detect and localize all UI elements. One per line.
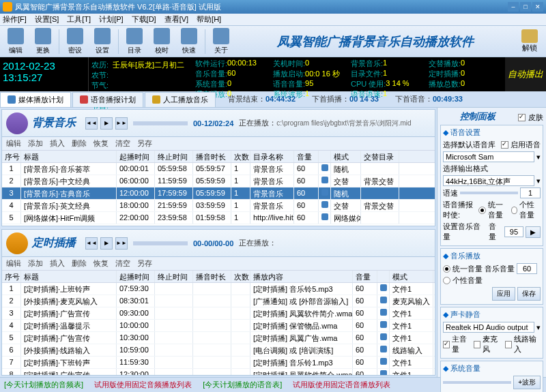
speaker-icon — [380, 321, 387, 328]
tool-quick[interactable]: 快速 — [177, 28, 201, 55]
music-apply-button[interactable]: 应用 — [492, 287, 515, 301]
bg-tb-item[interactable]: 插入 — [50, 138, 65, 149]
ins-row[interactable]: 5[定时插播]·广告宣传10:30:00[定时插播] 凤翼广告.wma60文件1 — [2, 332, 435, 344]
dash-datetime: 2012-02-23 13:15:27 — [0, 57, 89, 91]
ins-tb-item[interactable]: 另存 — [137, 258, 152, 269]
tool-change[interactable]: 更换 — [31, 28, 55, 55]
speaker-icon — [380, 309, 387, 316]
ins-prev-button[interactable]: ◄◄ — [85, 237, 98, 250]
menu-view[interactable]: 查看[V] — [164, 14, 188, 25]
tool-about[interactable]: 关于 — [210, 28, 233, 55]
voice-unified-radio[interactable] — [478, 207, 486, 214]
enable-voice-checkbox[interactable] — [501, 141, 508, 149]
title-bar: 凤翼智能广播背景音乐自动播放软件 V6.2[单路·语音版] 试用版 – □ ✕ — [0, 0, 546, 14]
voice-format-select[interactable]: 44kHz,16Bit,立体声 — [443, 175, 534, 186]
main-toolbar: 编辑 更换 密设 设置 目录 校时 快速 关于 凤翼智能广播背景音乐自动播放软件… — [0, 26, 546, 57]
skin-checkbox[interactable] — [518, 114, 526, 121]
ins-row[interactable]: 4[定时插播]·温馨提示10:00:00[定时插播] 保管物品.wma60文件1 — [2, 320, 435, 332]
voice-speed-value[interactable]: 1 — [520, 187, 541, 198]
ins-next-button[interactable]: ►► — [115, 237, 128, 250]
bg-progress[interactable] — [133, 121, 188, 125]
tab-voice-plan[interactable]: 语音播报计划 — [72, 92, 143, 107]
ins-tb-item[interactable]: 删除 — [72, 258, 87, 269]
minimize-button[interactable]: – — [508, 2, 519, 12]
ins-row[interactable]: 6[外接插播]·线路输入10:59:00[电台调频] 或 [培训演练]60线路输… — [2, 344, 435, 357]
ins-row[interactable]: 3[定时插播]·广告宣传09:30:00[定时插播] 凤翼软件简介.wma60文… — [2, 307, 435, 320]
voice-lib-select[interactable]: Microsoft Sam — [443, 151, 534, 162]
ins-progress[interactable] — [133, 241, 188, 245]
content-area: 背景音乐 ◄◄ ▶ ►► 00-12/02:24 正在播放： c:\progra… — [0, 108, 546, 377]
tab-times: 背景结束：04:44:32 下首插播：00 14 33 下首语音：00:49:3… — [228, 94, 463, 104]
bg-tb-item[interactable]: 恢复 — [94, 138, 109, 149]
system-vol-slider[interactable] — [443, 381, 511, 384]
menu-help[interactable]: 帮助[H] — [197, 14, 221, 25]
bg-time: 00-12/02:24 — [193, 119, 233, 127]
insert-panel: 定时插播 ◄◄ ▶ ►► 00-00/00-00 正在播放： 编辑添加插入删除恢… — [1, 229, 435, 376]
ins-tb-item[interactable]: 清空 — [115, 258, 130, 269]
dash-auto-label: 自动播出 — [505, 57, 546, 91]
voice-speed-slider[interactable] — [460, 192, 518, 194]
dashboard: 2012-02-23 13:15:27 农历:壬辰年[辰龙]二月初二农节:节气:… — [0, 57, 546, 91]
ins-tb-item[interactable]: 编辑 — [6, 258, 21, 269]
soundcard-select[interactable]: Realtek HD Audio output — [443, 322, 534, 333]
main-vol-checkbox[interactable] — [443, 341, 450, 348]
bg-player-controls: ◄◄ ▶ ►► 00-12/02:24 — [85, 117, 233, 130]
ins-tb-item[interactable]: 插入 — [50, 258, 65, 269]
linein-checkbox[interactable] — [505, 341, 512, 348]
bg-tb-item[interactable]: 删除 — [72, 138, 87, 149]
ins-grid: 序号标题起播时间终止时间播音时长次数播放内容音量模式 1[定时插播]·上班铃声0… — [2, 271, 435, 376]
voice-personal-radio[interactable] — [511, 207, 517, 214]
app-icon — [3, 2, 12, 12]
menu-settings[interactable]: 设置[S] — [35, 14, 59, 25]
tool-settings[interactable]: 设置 — [91, 28, 114, 55]
maximize-button[interactable]: □ — [520, 2, 531, 12]
mic-checkbox[interactable] — [474, 341, 480, 348]
menu-tools[interactable]: 工具[T] — [67, 14, 91, 25]
bg-prev-button[interactable]: ◄◄ — [85, 117, 98, 130]
music-play-section: ◆音乐播放 统一音量音乐音量60 个性音量 应用保存 — [440, 248, 543, 305]
lock-icon — [521, 29, 538, 43]
tool-time[interactable]: 校时 — [150, 28, 173, 55]
bg-music-grid: 序号标题起播时间终止时间播音时长次数目录名称音量模式交替目录 1[背景音乐]·音… — [2, 151, 435, 224]
music-note-icon — [6, 112, 28, 134]
tool-dir[interactable]: 目录 — [123, 28, 146, 55]
music-save-button[interactable]: 保存 — [517, 287, 541, 301]
unlock-button[interactable]: 解锁 — [517, 29, 542, 53]
wave-button[interactable]: +波形 — [513, 376, 541, 389]
ins-row[interactable]: 2[外接插播]·麦克风输入08:30:01[广播通知] 或 [外部音源输入]60… — [2, 295, 435, 307]
bg-tb-item[interactable]: 另存 — [137, 138, 152, 149]
ins-row[interactable]: 1[定时插播]·上班铃声07:59:30[定时插播] 音乐铃5.mp360文件1 — [2, 283, 435, 295]
bg-tb-item[interactable]: 清空 — [115, 138, 130, 149]
bg-row[interactable]: 5[网络媒体]·HitFm调频22:00:0023:59:5801:59:581… — [2, 212, 435, 224]
menu-download[interactable]: 下载[D] — [132, 14, 156, 25]
music-unified-radio[interactable] — [443, 265, 450, 273]
bg-tb-item[interactable]: 编辑 — [6, 138, 21, 149]
tool-secret[interactable]: 密设 — [63, 28, 87, 55]
menu-plan[interactable]: 计划[P] — [99, 14, 123, 25]
ins-row[interactable]: 7[定时插播]·下班铃声11:59:30[定时插播] 音乐铃1.mp360文件1 — [2, 357, 435, 369]
bg-tb-item[interactable]: 添加 — [28, 138, 43, 149]
bg-play-button[interactable]: ▶ — [100, 117, 113, 130]
ins-tb-item[interactable]: 恢复 — [94, 258, 109, 269]
menu-file[interactable]: 操作[F] — [3, 14, 27, 25]
music-vol-value[interactable]: 60 — [517, 263, 537, 274]
dash-date-value: 2012-02-23 — [3, 60, 85, 72]
ins-tb-item[interactable]: 添加 — [28, 258, 43, 269]
music-personal-radio[interactable] — [443, 277, 450, 284]
bg-row[interactable]: 1[背景音乐]·音乐荟萃00:00:0105:59:5805:59:571背景音… — [2, 163, 435, 175]
bg-next-button[interactable]: ►► — [115, 117, 128, 130]
soundcard-mute-section: ◆声卡静音 Realtek HD Audio output▾ 主音量麦克风线路输… — [440, 307, 543, 359]
bg-row[interactable]: 4[背景音乐]·英文经典18:00:0021:59:5903:59:591背景音… — [2, 200, 435, 212]
control-panel: 控制面板 皮肤 ◆语音设置 选择默认语音库启用语音 Microsoft Sam▾… — [437, 108, 546, 377]
ins-play-button[interactable]: ▶ — [100, 237, 113, 250]
bg-row[interactable]: 3[背景音乐]·古典音乐12:00:0017:59:5905:59:591背景音… — [2, 187, 435, 200]
bg-row[interactable]: 2[背景音乐]·中文经典06:00:0011:59:5905:59:591背景音… — [2, 175, 435, 187]
tool-edit[interactable]: 编辑 — [4, 28, 27, 55]
tab-manual-music[interactable]: 人工播放音乐 — [145, 92, 216, 107]
voice-vol-value[interactable]: 95 — [504, 226, 523, 237]
ins-row[interactable]: 8[定时插播]·广告宣传12:30:00[定时插播] 凤翼软件简介.wma60文… — [2, 369, 435, 376]
voice-test-button[interactable]: ▶ — [526, 226, 541, 238]
side-title: 控制面板 — [440, 110, 515, 123]
tab-media-plan[interactable]: 媒体播放计划 — [0, 92, 71, 107]
close-button[interactable]: ✕ — [532, 2, 543, 12]
